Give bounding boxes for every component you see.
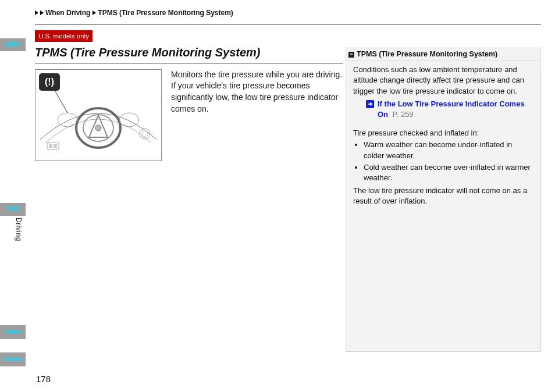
sidebar-header: » TPMS (Tire Pressure Monitoring System) xyxy=(346,48,540,62)
list-item: Warm weather can become under-inflated i… xyxy=(364,140,533,161)
list-item: Cold weather can become over-inflated in… xyxy=(364,162,533,183)
svg-text:(!): (!) xyxy=(45,77,54,87)
svg-rect-10 xyxy=(54,144,57,148)
section-side-label: Driving xyxy=(15,218,23,241)
left-nav-tabs: QRG TOC Driving Index Home xyxy=(0,0,28,392)
intro-text: Monitors the tire pressure while you are… xyxy=(171,69,343,161)
double-chevron-icon: » xyxy=(348,52,354,58)
sidebar-paragraph: Tire pressure checked and inflated in: xyxy=(353,128,533,138)
triangle-icon xyxy=(40,10,44,15)
breadcrumb-item[interactable]: When Driving xyxy=(45,8,90,18)
dashboard-figure: (!) xyxy=(35,69,162,161)
breadcrumb-item[interactable]: TPMS (Tire Pressure Monitoring System) xyxy=(98,8,233,18)
divider xyxy=(35,24,541,24)
info-sidebar: » TPMS (Tire Pressure Monitoring System)… xyxy=(346,48,541,352)
nav-tab-home[interactable]: Home xyxy=(0,352,26,366)
nav-tab-toc[interactable]: TOC xyxy=(0,203,26,216)
svg-rect-9 xyxy=(49,144,52,148)
triangle-icon xyxy=(35,10,38,15)
page-title: TPMS (Tire Pressure Monitoring System) xyxy=(35,44,343,60)
svg-point-3 xyxy=(95,125,101,131)
triangle-icon xyxy=(92,10,96,15)
page-content: When Driving TPMS (Tire Pressure Monitor… xyxy=(35,6,541,352)
sidebar-bullet-list: Warm weather can become under-inflated i… xyxy=(353,140,533,183)
nav-tab-index[interactable]: Index xyxy=(0,325,26,339)
page-number: 178 xyxy=(36,373,51,385)
sidebar-paragraph: The low tire pressure indicator will not… xyxy=(353,186,533,206)
xref-page: P. 259 xyxy=(393,110,414,119)
models-badge: U.S. models only xyxy=(35,30,92,42)
cross-reference-link[interactable]: ➜ If the Low Tire Pressure Indicator Com… xyxy=(366,99,533,120)
nav-tab-qrg[interactable]: QRG xyxy=(0,38,26,51)
breadcrumb: When Driving TPMS (Tire Pressure Monitor… xyxy=(35,6,541,24)
sidebar-paragraph: Conditions such as low ambient temperatu… xyxy=(353,65,533,97)
arrow-box-icon: ➜ xyxy=(366,100,374,108)
side-column: » TPMS (Tire Pressure Monitoring System)… xyxy=(346,30,541,352)
main-column: U.S. models only TPMS (Tire Pressure Mon… xyxy=(35,30,343,352)
dashboard-illustration-icon: (!) xyxy=(35,70,161,157)
sidebar-title: TPMS (Tire Pressure Monitoring System) xyxy=(357,49,497,60)
divider xyxy=(35,63,343,63)
